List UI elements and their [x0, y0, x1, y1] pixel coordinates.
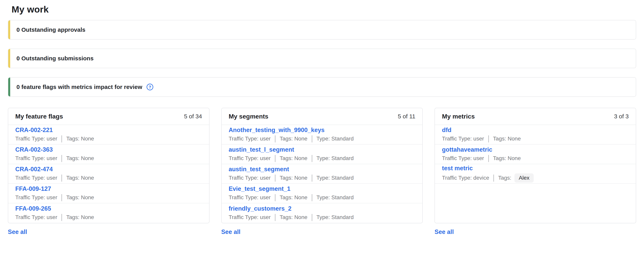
metric-link[interactable]: test metric [442, 165, 473, 172]
item-meta: Traffic Type: device Tags: Alex [442, 174, 629, 182]
meta-separator [275, 136, 275, 142]
meta-separator [62, 194, 62, 201]
tags-label: Tags: None [280, 155, 308, 162]
traffic-type-label: Traffic Type: user [15, 175, 57, 181]
type-label: Type: Standard [316, 175, 354, 181]
metrics-card: My metrics 3 of 3 dfd Traffic Type: user… [434, 108, 636, 223]
feature-flags-card: My feature flags 5 of 34 CRA-002-221 Tra… [8, 108, 210, 223]
list-item: FFA-009-265 Traffic Type: user Tags: Non… [8, 203, 209, 223]
banner-accent-bar [8, 20, 10, 39]
traffic-type-label: Traffic Type: user [229, 155, 271, 162]
segments-card: My segments 5 of 11 Another_testing_with… [221, 108, 423, 223]
card-count: 5 of 11 [398, 113, 416, 120]
meta-separator [275, 155, 275, 162]
tags-label: Tags: None [493, 155, 521, 162]
metrics-column: My metrics 3 of 3 dfd Traffic Type: user… [434, 108, 636, 236]
banner-text: 0 Outstanding approvals [16, 26, 86, 33]
tags-label: Tags: None [66, 194, 94, 200]
traffic-type-label: Traffic Type: user [229, 194, 271, 200]
meta-separator [62, 136, 62, 142]
tags-label: Tags: [498, 175, 511, 181]
metric-link[interactable]: gottahaveametric [442, 146, 492, 153]
list-item: austin_test_l_segment Traffic Type: user… [222, 144, 422, 164]
item-meta: Traffic Type: user Tags: None Type: Stan… [229, 136, 416, 142]
tag-chip: Alex [514, 174, 534, 182]
list-item: friendly_customers_2 Traffic Type: user … [222, 203, 422, 223]
card-title: My segments [229, 113, 268, 120]
card-empty-space [435, 184, 636, 223]
item-meta: Traffic Type: user Tags: None [15, 174, 202, 182]
meta-separator [494, 174, 494, 182]
card-count: 5 of 34 [184, 113, 202, 120]
cards-row: My feature flags 5 of 34 CRA-002-221 Tra… [8, 108, 636, 236]
list-item: Another_testing_with_9900_keys Traffic T… [222, 125, 422, 144]
meta-separator [275, 214, 275, 221]
banner-text: 0 feature flags with metrics impact for … [16, 84, 142, 90]
see-all-link[interactable]: See all [221, 228, 240, 236]
item-meta: Traffic Type: user Tags: None [442, 155, 629, 162]
segment-link[interactable]: austin_test_l_segment [229, 146, 294, 153]
see-all-link[interactable]: See all [434, 228, 454, 236]
flags-metrics-impact-banner: 0 feature flags with metrics impact for … [8, 77, 636, 97]
question-mark-circle-icon[interactable]: ? [146, 83, 154, 91]
segment-link[interactable]: Evie_test_segment_1 [229, 186, 290, 192]
item-meta: Traffic Type: user Tags: None Type: Stan… [229, 194, 416, 201]
type-label: Type: Standard [316, 214, 354, 220]
segment-link[interactable]: friendly_customers_2 [229, 205, 292, 212]
metric-link[interactable]: dfd [442, 127, 451, 134]
list-item: FFA-009-127 Traffic Type: user Tags: Non… [8, 184, 209, 203]
outstanding-approvals-banner: 0 Outstanding approvals [8, 20, 636, 40]
item-meta: Traffic Type: user Tags: None Type: Stan… [229, 174, 416, 182]
tags-label: Tags: None [280, 214, 308, 220]
type-label: Type: Standard [316, 155, 354, 162]
card-title: My feature flags [15, 113, 63, 120]
item-meta: Traffic Type: user Tags: None [15, 214, 202, 221]
traffic-type-label: Traffic Type: user [15, 155, 57, 162]
list-item: test metric Traffic Type: device Tags: A… [435, 164, 636, 184]
tags-label: Tags: None [280, 136, 308, 142]
flag-link[interactable]: FFA-009-265 [15, 205, 51, 212]
meta-separator [488, 136, 489, 142]
traffic-type-label: Traffic Type: user [442, 155, 484, 162]
traffic-type-label: Traffic Type: user [229, 175, 271, 181]
traffic-type-label: Traffic Type: user [229, 214, 271, 220]
list-item: austin_test_segment Traffic Type: user T… [222, 164, 422, 184]
traffic-type-label: Traffic Type: device [442, 175, 489, 181]
meta-separator [62, 155, 62, 162]
list-item: dfd Traffic Type: user Tags: None [435, 125, 636, 144]
card-title: My metrics [442, 113, 475, 120]
svg-text:?: ? [148, 85, 151, 90]
item-meta: Traffic Type: user Tags: None Type: Stan… [229, 214, 416, 221]
type-label: Type: Standard [316, 136, 354, 142]
tags-label: Tags: None [280, 194, 308, 200]
flag-link[interactable]: FFA-009-127 [15, 186, 51, 192]
segment-link[interactable]: Another_testing_with_9900_keys [229, 127, 324, 134]
flag-link[interactable]: CRA-002-474 [15, 166, 53, 172]
banner-accent-bar [8, 49, 10, 68]
meta-separator [488, 155, 489, 162]
tags-label: Tags: None [66, 175, 94, 181]
tags-label: Tags: None [66, 136, 94, 142]
see-all-link[interactable]: See all [8, 228, 27, 236]
banner-text: 0 Outstanding submissions [16, 55, 94, 62]
my-work-page: My work 0 Outstanding approvals 0 Outsta… [0, 4, 644, 236]
item-meta: Traffic Type: user Tags: None [15, 194, 202, 201]
item-meta: Traffic Type: user Tags: None [15, 155, 202, 162]
meta-separator [312, 155, 312, 162]
flag-link[interactable]: CRA-002-363 [15, 146, 53, 153]
meta-separator [312, 136, 312, 142]
list-item: Evie_test_segment_1 Traffic Type: user T… [222, 184, 422, 203]
meta-separator [275, 174, 275, 182]
meta-separator [312, 194, 312, 201]
traffic-type-label: Traffic Type: user [15, 214, 57, 220]
traffic-type-label: Traffic Type: user [15, 194, 57, 200]
outstanding-submissions-banner: 0 Outstanding submissions [8, 48, 636, 68]
item-meta: Traffic Type: user Tags: None [442, 136, 629, 142]
segment-link[interactable]: austin_test_segment [229, 166, 289, 172]
card-header: My metrics 3 of 3 [435, 108, 636, 125]
meta-separator [275, 194, 275, 201]
list-item: CRA-002-363 Traffic Type: user Tags: Non… [8, 144, 209, 164]
tags-label: Tags: None [493, 136, 521, 142]
list-item: gottahaveametric Traffic Type: user Tags… [435, 144, 636, 164]
flag-link[interactable]: CRA-002-221 [15, 127, 53, 134]
